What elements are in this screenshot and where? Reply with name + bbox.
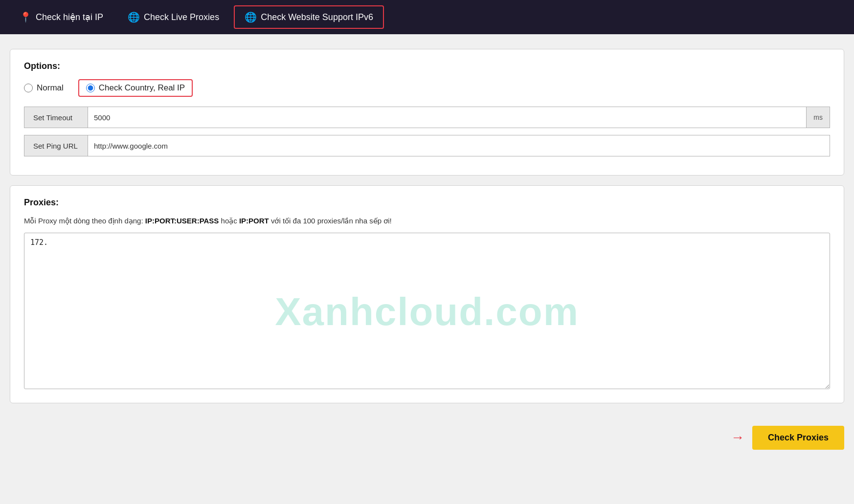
proxies-description: Mỗi Proxy một dòng theo định dạng: IP:PO… xyxy=(24,216,830,227)
timeout-input[interactable] xyxy=(88,107,807,128)
globe-icon-live: 🌐 xyxy=(128,11,140,23)
bottom-row: → Check Proxies xyxy=(0,418,854,458)
ping-url-input[interactable] xyxy=(88,135,830,156)
timeout-row: Set Timeout ms xyxy=(24,107,830,128)
location-icon: 📍 xyxy=(20,11,32,23)
radio-country-box[interactable]: Check Country, Real IP xyxy=(78,79,193,97)
proxies-textarea-wrapper: 172. Xanhcloud.com xyxy=(24,233,830,391)
radio-normal-text: Normal xyxy=(37,83,64,93)
options-card: Options: Normal Check Country, Real IP S… xyxy=(10,49,844,175)
proxies-format1: IP:PORT:USER:PASS xyxy=(145,217,219,225)
proxies-desc-part2: hoặc xyxy=(219,217,239,225)
main-content: Options: Normal Check Country, Real IP S… xyxy=(0,34,854,418)
proxies-desc-part3: với tối đa 100 proxies/lần nha sếp ơi! xyxy=(269,217,392,225)
arrow-icon: → xyxy=(731,430,744,445)
nav-label-check-live: Check Live Proxies xyxy=(144,12,219,22)
nav-label-check-ipv6: Check Website Support IPv6 xyxy=(261,12,373,22)
top-navigation: 📍 Check hiện tại IP 🌐 Check Live Proxies… xyxy=(0,0,854,34)
timeout-suffix: ms xyxy=(807,107,830,128)
nav-item-check-live-proxies[interactable]: 🌐 Check Live Proxies xyxy=(118,6,229,28)
options-title: Options: xyxy=(24,61,830,71)
proxies-desc-part1: Mỗi Proxy một dòng theo định dạng: xyxy=(24,217,145,225)
radio-country[interactable] xyxy=(86,84,95,92)
radio-country-label[interactable]: Check Country, Real IP xyxy=(86,83,185,93)
proxies-format2: IP:PORT xyxy=(239,217,269,225)
nav-label-check-ip: Check hiện tại IP xyxy=(36,12,103,22)
check-proxies-button[interactable]: Check Proxies xyxy=(752,426,844,450)
proxies-card: Proxies: Mỗi Proxy một dòng theo định dạ… xyxy=(10,185,844,403)
nav-item-check-ip[interactable]: 📍 Check hiện tại IP xyxy=(10,6,113,28)
radio-country-text: Check Country, Real IP xyxy=(99,83,185,93)
ping-url-label: Set Ping URL xyxy=(24,135,88,156)
proxies-textarea[interactable]: 172. xyxy=(24,233,830,389)
options-row: Normal Check Country, Real IP xyxy=(24,79,830,97)
globe-icon-ipv6: 🌐 xyxy=(245,11,257,23)
radio-normal-label[interactable]: Normal xyxy=(24,83,64,93)
nav-item-check-ipv6[interactable]: 🌐 Check Website Support IPv6 xyxy=(234,5,384,29)
proxies-title: Proxies: xyxy=(24,197,830,208)
timeout-label: Set Timeout xyxy=(24,107,88,128)
ping-url-row: Set Ping URL xyxy=(24,135,830,156)
radio-normal[interactable] xyxy=(24,84,33,92)
